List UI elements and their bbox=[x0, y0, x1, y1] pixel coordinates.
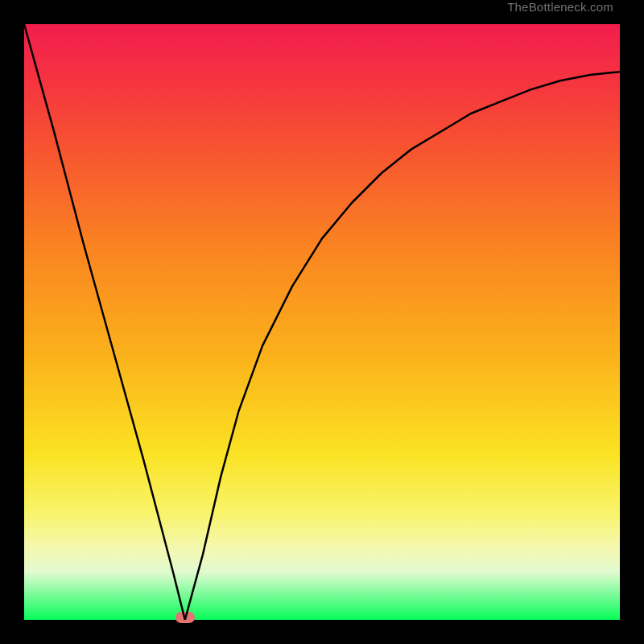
bottleneck-chart: TheBottleneck.com bbox=[0, 0, 644, 644]
attribution-label: TheBottleneck.com bbox=[507, 0, 613, 14]
bottleneck-curve-svg bbox=[24, 24, 620, 620]
plot-area bbox=[24, 24, 620, 620]
bottleneck-curve-path bbox=[24, 24, 620, 620]
